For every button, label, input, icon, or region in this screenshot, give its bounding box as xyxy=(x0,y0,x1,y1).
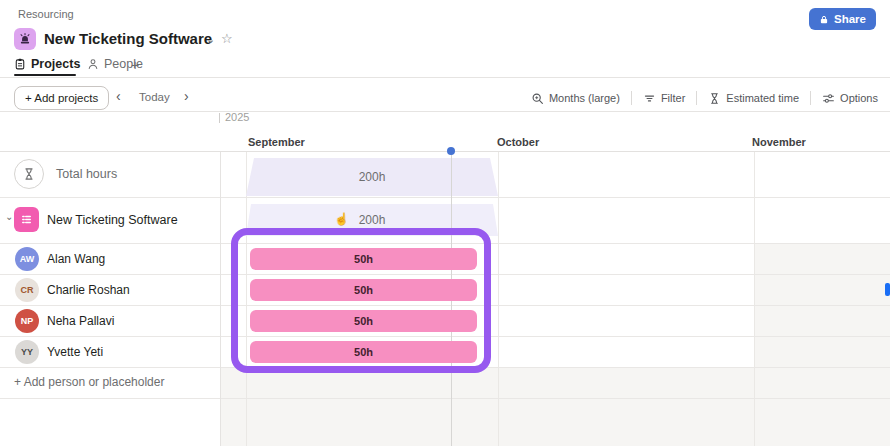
total-hours-label: Total hours xyxy=(56,167,117,181)
total-hours-allocation[interactable]: 200h xyxy=(246,158,498,196)
row-divider xyxy=(0,197,890,198)
avatar-alan[interactable]: AW xyxy=(15,247,39,271)
view-tools: Months (large) Filter Estimated time Opt… xyxy=(531,86,878,110)
favorite-star-icon[interactable]: ☆ xyxy=(221,31,233,46)
panel-border xyxy=(220,152,221,446)
today-marker-dot xyxy=(447,147,455,155)
zoom-level-button[interactable]: Months (large) xyxy=(531,92,620,105)
project-hours-value: 200h xyxy=(359,213,386,227)
today-button[interactable]: Today xyxy=(139,91,170,103)
tab-projects-label: Projects xyxy=(31,57,80,71)
magnifier-icon xyxy=(531,92,544,105)
share-label: Share xyxy=(834,13,866,25)
clipboard-icon xyxy=(14,58,26,70)
breadcrumb[interactable]: Resourcing xyxy=(18,8,74,20)
options-label: Options xyxy=(840,92,878,104)
timeline-prev-icon[interactable]: ‹ xyxy=(116,88,121,104)
header-divider xyxy=(0,77,890,78)
options-button[interactable]: Options xyxy=(822,92,878,105)
total-hours-icon-circle xyxy=(14,159,44,189)
list-icon xyxy=(19,212,34,227)
filter-icon xyxy=(643,92,656,105)
zoom-level-label: Months (large) xyxy=(549,92,620,104)
month-label-november: November xyxy=(752,136,806,148)
allocation-bar-charlie[interactable]: 50h xyxy=(250,279,477,301)
toolbar-divider xyxy=(631,91,632,105)
add-person-button[interactable]: + Add person or placeholder xyxy=(14,375,164,389)
share-button[interactable]: Share xyxy=(809,8,876,30)
allocation-bar-yvette[interactable]: 50h xyxy=(250,341,477,363)
person-icon xyxy=(87,58,99,70)
toolbar-divider-line xyxy=(0,111,890,112)
hand-cursor-icon: ☝ xyxy=(334,212,349,226)
tab-projects[interactable]: Projects xyxy=(14,57,80,71)
project-list-icon xyxy=(14,207,39,232)
bottom-background xyxy=(221,367,890,446)
project-expand-chevron-icon[interactable]: ⌄ xyxy=(5,211,13,222)
toolbar-divider xyxy=(810,91,811,105)
project-row-label[interactable]: New Ticketing Software xyxy=(47,213,178,227)
row-divider xyxy=(0,398,890,399)
total-hours-value: 200h xyxy=(359,170,386,184)
row-divider xyxy=(0,305,890,306)
timeline-next-icon[interactable]: › xyxy=(184,88,189,104)
sliders-icon xyxy=(822,92,835,105)
hourglass-icon xyxy=(708,92,721,105)
avatar-yvette[interactable]: YY xyxy=(15,340,39,364)
row-divider xyxy=(0,243,890,244)
active-tab-underline xyxy=(14,74,76,76)
month-label-october: October xyxy=(497,136,539,148)
project-siren-icon xyxy=(14,28,36,50)
add-tab-button[interactable]: + xyxy=(131,57,139,73)
allocation-bar-alan[interactable]: 50h xyxy=(250,248,477,270)
estimated-time-label: Estimated time xyxy=(726,92,799,104)
row-divider xyxy=(0,367,890,368)
lock-icon xyxy=(819,14,829,25)
month-label-september: September xyxy=(248,136,305,148)
allocation-bar-neha[interactable]: 50h xyxy=(250,310,477,332)
siren-icon xyxy=(18,32,32,46)
person-name-neha[interactable]: Neha Pallavi xyxy=(47,314,114,328)
person-name-alan[interactable]: Alan Wang xyxy=(47,252,105,266)
title-chevron-down-icon[interactable]: ⌄ xyxy=(206,33,215,46)
avatar-charlie[interactable]: CR xyxy=(15,278,39,302)
row-divider xyxy=(0,274,890,275)
estimated-time-button[interactable]: Estimated time xyxy=(708,92,799,105)
year-label: 2025 xyxy=(225,111,249,123)
person-name-charlie[interactable]: Charlie Roshan xyxy=(47,283,130,297)
add-projects-button[interactable]: + Add projects xyxy=(14,86,109,110)
timeline-header-divider xyxy=(0,151,890,152)
filter-label: Filter xyxy=(661,92,685,104)
hourglass-icon xyxy=(22,167,36,181)
year-tick xyxy=(219,113,220,123)
offscreen-item-indicator[interactable] xyxy=(885,283,890,296)
row-divider xyxy=(0,336,890,337)
toolbar-divider xyxy=(696,91,697,105)
page-title: New Ticketing Software xyxy=(44,30,212,47)
avatar-neha[interactable]: NP xyxy=(15,309,39,333)
resourcing-app: Resourcing New Ticketing Software ⌄ ☆ Sh… xyxy=(0,0,890,446)
person-name-yvette[interactable]: Yvette Yeti xyxy=(47,345,103,359)
project-allocation[interactable]: ☝ 200h xyxy=(246,204,498,236)
filter-button[interactable]: Filter xyxy=(643,92,685,105)
